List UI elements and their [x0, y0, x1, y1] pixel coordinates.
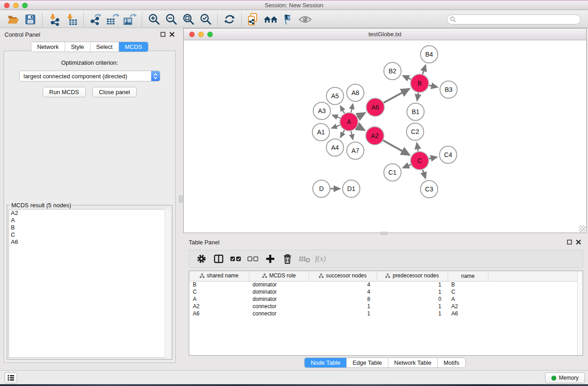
edge-A-A1[interactable]	[332, 125, 340, 128]
plus-icon[interactable]	[262, 252, 279, 266]
trash-icon[interactable]	[279, 252, 296, 266]
split-columns-icon[interactable]	[210, 252, 227, 266]
node-A4[interactable]: A4	[326, 139, 344, 156]
edge-A-A3[interactable]	[333, 115, 340, 119]
column-header-name[interactable]: name	[448, 271, 488, 281]
tab-network[interactable]: Network	[31, 42, 65, 52]
node-A8[interactable]: A8	[347, 84, 364, 101]
optimization-criterion-select[interactable]: largest connected component (directed)	[19, 71, 160, 81]
edge-B-B1[interactable]	[417, 93, 418, 100]
zoom-out-icon[interactable]	[163, 12, 180, 27]
table-row[interactable]: Adominator80A	[189, 295, 583, 303]
column-header-successor-nodes[interactable]: successor nodes	[309, 271, 377, 281]
result-list-scrollbar[interactable]	[165, 209, 171, 358]
node-A2[interactable]: A2	[366, 127, 384, 145]
zoom-in-icon[interactable]	[145, 12, 163, 27]
flag-icon[interactable]	[279, 12, 296, 27]
zoom-fit-icon[interactable]	[180, 12, 197, 27]
edge-A-A8[interactable]	[351, 104, 353, 112]
network-canvas[interactable]: B4B2BB3A8A5A6A3B1AA1C2A2A4A7C4CC1C3DD1	[184, 40, 586, 233]
table-scrollbar[interactable]	[577, 271, 583, 355]
node-B4[interactable]: B4	[421, 46, 438, 63]
tab-select[interactable]: Select	[91, 42, 119, 52]
search-input[interactable]	[447, 14, 581, 24]
node-A7[interactable]: A7	[347, 142, 364, 159]
export-network-icon[interactable]	[87, 12, 104, 27]
tab-style[interactable]: Style	[65, 42, 91, 52]
float-panel-icon[interactable]	[567, 239, 572, 245]
float-panel-icon[interactable]	[160, 32, 166, 37]
node-D[interactable]: D	[313, 180, 330, 197]
node-C4[interactable]: C4	[440, 146, 457, 163]
node-C1[interactable]: C1	[384, 164, 401, 181]
import-network-icon[interactable]	[46, 12, 63, 27]
vertical-splitter-handle[interactable]	[179, 195, 183, 203]
node-A5[interactable]: A5	[326, 87, 344, 105]
unchecked-checkboxes-icon[interactable]	[244, 252, 262, 266]
edge-C-C2[interactable]	[417, 143, 418, 152]
task-history-button[interactable]	[5, 372, 17, 383]
table-row[interactable]: Bdominator41B	[189, 281, 583, 288]
result-item[interactable]: B	[9, 224, 170, 231]
tab-mcds[interactable]: MCDS	[119, 42, 148, 52]
result-item[interactable]: A6	[9, 238, 170, 246]
houses-icon[interactable]	[262, 12, 279, 27]
node-B1[interactable]: B1	[407, 103, 424, 120]
edge-A-A4[interactable]	[340, 130, 344, 137]
node-C3[interactable]: C3	[421, 181, 438, 198]
export-image-icon[interactable]	[121, 12, 139, 27]
edge-A2-C[interactable]	[383, 140, 409, 155]
result-item[interactable]: A2	[9, 210, 170, 217]
table-row[interactable]: Cdominator41C	[189, 288, 583, 295]
node-A3[interactable]: A3	[313, 102, 330, 119]
memory-button[interactable]: Memory	[545, 372, 585, 383]
tab-edge-table[interactable]: Edge Table	[347, 358, 388, 367]
column-header-predecessor-nodes[interactable]: predecessor nodes	[377, 271, 448, 281]
table-row[interactable]: A6connector11A6	[189, 310, 583, 317]
node-A1[interactable]: A1	[312, 124, 330, 141]
open-session-icon[interactable]	[5, 12, 22, 27]
tab-node-table[interactable]: Node Table	[305, 358, 347, 367]
close-panel-button[interactable]: Close panel	[92, 87, 137, 97]
tab-motifs[interactable]: Motifs	[438, 358, 465, 367]
save-session-icon[interactable]	[22, 12, 39, 27]
horizontal-splitter-handle[interactable]	[381, 232, 387, 235]
node-C[interactable]: C	[411, 152, 429, 170]
edge-B-B3[interactable]	[429, 85, 437, 87]
edge-B-B4[interactable]	[423, 66, 425, 74]
import-table-icon[interactable]	[63, 12, 80, 27]
zoom-selected-icon[interactable]	[197, 12, 214, 27]
result-item[interactable]: A	[9, 217, 170, 224]
checked-checkboxes-icon[interactable]	[227, 252, 244, 266]
export-table-icon[interactable]	[104, 12, 121, 27]
edge-B-B2[interactable]	[403, 76, 411, 80]
column-header-mcds-role[interactable]: MCDS role	[249, 271, 309, 281]
gear-icon[interactable]	[193, 252, 210, 266]
close-panel-icon[interactable]	[169, 32, 175, 37]
documents-share-icon[interactable]	[245, 12, 262, 27]
edge-A6-B[interactable]	[383, 89, 409, 103]
node-A[interactable]: A	[340, 113, 358, 131]
refresh-icon[interactable]	[221, 12, 238, 27]
run-mcds-button[interactable]: Run MCDS	[43, 87, 86, 97]
edge-A-A2[interactable]	[357, 126, 364, 130]
node-B2[interactable]: B2	[384, 62, 401, 80]
node-A6[interactable]: A6	[366, 98, 384, 116]
tab-network-table[interactable]: Network Table	[388, 358, 438, 367]
mcds-result-list[interactable]: A2ABCA6	[9, 209, 171, 358]
close-panel-icon[interactable]	[576, 239, 581, 245]
eye-icon[interactable]	[296, 12, 314, 27]
edge-A-A5[interactable]	[340, 106, 344, 114]
edge-A-A7[interactable]	[351, 131, 353, 139]
network-window-titlebar[interactable]: testGlobe.txt	[184, 29, 586, 40]
node-C2[interactable]: C2	[406, 123, 424, 140]
node-D1[interactable]: D1	[343, 180, 360, 197]
node-B3[interactable]: B3	[440, 81, 457, 98]
edge-A-A6[interactable]	[357, 113, 364, 117]
result-item[interactable]: C	[9, 231, 170, 238]
table-row[interactable]: A2connector11A2	[189, 303, 583, 310]
node-B[interactable]: B	[411, 74, 429, 92]
window-resize-grip[interactable]	[579, 225, 586, 232]
edge-C-C3[interactable]	[423, 170, 425, 178]
edge-C-C1[interactable]	[403, 164, 411, 167]
